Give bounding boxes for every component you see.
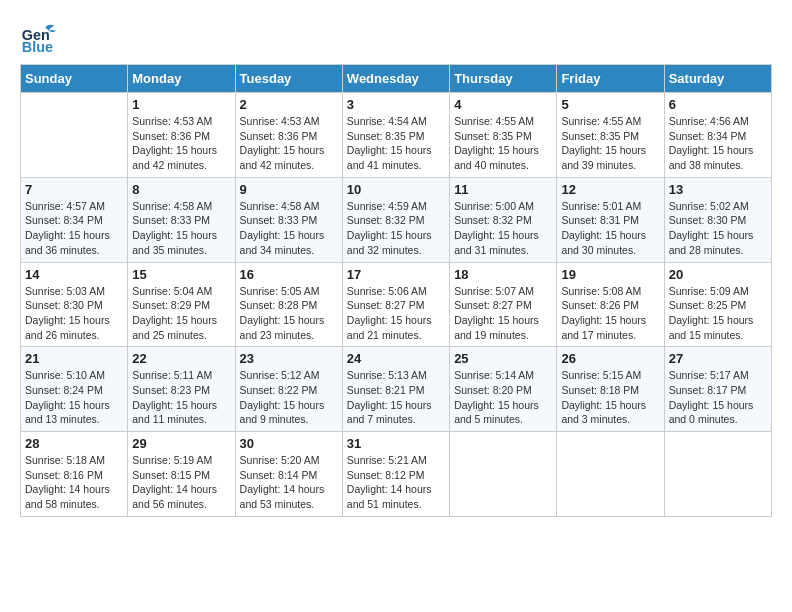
calendar-cell: 27Sunrise: 5:17 AM Sunset: 8:17 PM Dayli… <box>664 347 771 432</box>
calendar-cell: 7Sunrise: 4:57 AM Sunset: 8:34 PM Daylig… <box>21 177 128 262</box>
day-number: 30 <box>240 436 338 451</box>
calendar-cell: 21Sunrise: 5:10 AM Sunset: 8:24 PM Dayli… <box>21 347 128 432</box>
logo: Gen Blue <box>20 20 60 56</box>
calendar-cell <box>21 93 128 178</box>
day-info: Sunrise: 5:02 AM Sunset: 8:30 PM Dayligh… <box>669 199 767 258</box>
day-number: 14 <box>25 267 123 282</box>
day-number: 2 <box>240 97 338 112</box>
day-number: 9 <box>240 182 338 197</box>
day-info: Sunrise: 5:08 AM Sunset: 8:26 PM Dayligh… <box>561 284 659 343</box>
calendar-cell: 5Sunrise: 4:55 AM Sunset: 8:35 PM Daylig… <box>557 93 664 178</box>
day-info: Sunrise: 4:56 AM Sunset: 8:34 PM Dayligh… <box>669 114 767 173</box>
week-row-1: 1Sunrise: 4:53 AM Sunset: 8:36 PM Daylig… <box>21 93 772 178</box>
day-info: Sunrise: 5:19 AM Sunset: 8:15 PM Dayligh… <box>132 453 230 512</box>
calendar-cell <box>557 432 664 517</box>
svg-text:Blue: Blue <box>22 39 53 55</box>
day-info: Sunrise: 5:06 AM Sunset: 8:27 PM Dayligh… <box>347 284 445 343</box>
calendar-body: 1Sunrise: 4:53 AM Sunset: 8:36 PM Daylig… <box>21 93 772 517</box>
week-row-4: 21Sunrise: 5:10 AM Sunset: 8:24 PM Dayli… <box>21 347 772 432</box>
calendar-cell: 26Sunrise: 5:15 AM Sunset: 8:18 PM Dayli… <box>557 347 664 432</box>
calendar-table: SundayMondayTuesdayWednesdayThursdayFrid… <box>20 64 772 517</box>
day-info: Sunrise: 5:14 AM Sunset: 8:20 PM Dayligh… <box>454 368 552 427</box>
calendar-cell: 8Sunrise: 4:58 AM Sunset: 8:33 PM Daylig… <box>128 177 235 262</box>
day-number: 29 <box>132 436 230 451</box>
day-number: 15 <box>132 267 230 282</box>
calendar-cell: 25Sunrise: 5:14 AM Sunset: 8:20 PM Dayli… <box>450 347 557 432</box>
day-number: 25 <box>454 351 552 366</box>
day-number: 10 <box>347 182 445 197</box>
day-number: 31 <box>347 436 445 451</box>
day-info: Sunrise: 5:05 AM Sunset: 8:28 PM Dayligh… <box>240 284 338 343</box>
day-number: 7 <box>25 182 123 197</box>
day-number: 16 <box>240 267 338 282</box>
day-info: Sunrise: 5:00 AM Sunset: 8:32 PM Dayligh… <box>454 199 552 258</box>
calendar-cell: 15Sunrise: 5:04 AM Sunset: 8:29 PM Dayli… <box>128 262 235 347</box>
day-number: 8 <box>132 182 230 197</box>
day-number: 5 <box>561 97 659 112</box>
calendar-cell: 16Sunrise: 5:05 AM Sunset: 8:28 PM Dayli… <box>235 262 342 347</box>
calendar-cell: 20Sunrise: 5:09 AM Sunset: 8:25 PM Dayli… <box>664 262 771 347</box>
day-info: Sunrise: 5:01 AM Sunset: 8:31 PM Dayligh… <box>561 199 659 258</box>
logo-icon: Gen Blue <box>20 20 56 56</box>
day-number: 20 <box>669 267 767 282</box>
calendar-cell: 10Sunrise: 4:59 AM Sunset: 8:32 PM Dayli… <box>342 177 449 262</box>
header-saturday: Saturday <box>664 65 771 93</box>
day-info: Sunrise: 5:10 AM Sunset: 8:24 PM Dayligh… <box>25 368 123 427</box>
day-number: 18 <box>454 267 552 282</box>
day-info: Sunrise: 5:15 AM Sunset: 8:18 PM Dayligh… <box>561 368 659 427</box>
header-monday: Monday <box>128 65 235 93</box>
day-info: Sunrise: 4:55 AM Sunset: 8:35 PM Dayligh… <box>561 114 659 173</box>
day-info: Sunrise: 5:09 AM Sunset: 8:25 PM Dayligh… <box>669 284 767 343</box>
day-info: Sunrise: 5:04 AM Sunset: 8:29 PM Dayligh… <box>132 284 230 343</box>
header-tuesday: Tuesday <box>235 65 342 93</box>
calendar-cell: 17Sunrise: 5:06 AM Sunset: 8:27 PM Dayli… <box>342 262 449 347</box>
day-info: Sunrise: 5:07 AM Sunset: 8:27 PM Dayligh… <box>454 284 552 343</box>
calendar-cell: 6Sunrise: 4:56 AM Sunset: 8:34 PM Daylig… <box>664 93 771 178</box>
calendar-cell: 24Sunrise: 5:13 AM Sunset: 8:21 PM Dayli… <box>342 347 449 432</box>
day-info: Sunrise: 4:57 AM Sunset: 8:34 PM Dayligh… <box>25 199 123 258</box>
day-number: 1 <box>132 97 230 112</box>
day-info: Sunrise: 5:21 AM Sunset: 8:12 PM Dayligh… <box>347 453 445 512</box>
day-info: Sunrise: 4:53 AM Sunset: 8:36 PM Dayligh… <box>132 114 230 173</box>
header-wednesday: Wednesday <box>342 65 449 93</box>
week-row-5: 28Sunrise: 5:18 AM Sunset: 8:16 PM Dayli… <box>21 432 772 517</box>
day-number: 28 <box>25 436 123 451</box>
calendar-cell: 29Sunrise: 5:19 AM Sunset: 8:15 PM Dayli… <box>128 432 235 517</box>
calendar-cell: 31Sunrise: 5:21 AM Sunset: 8:12 PM Dayli… <box>342 432 449 517</box>
calendar-cell: 1Sunrise: 4:53 AM Sunset: 8:36 PM Daylig… <box>128 93 235 178</box>
day-info: Sunrise: 4:55 AM Sunset: 8:35 PM Dayligh… <box>454 114 552 173</box>
day-info: Sunrise: 4:58 AM Sunset: 8:33 PM Dayligh… <box>132 199 230 258</box>
day-info: Sunrise: 5:20 AM Sunset: 8:14 PM Dayligh… <box>240 453 338 512</box>
day-number: 11 <box>454 182 552 197</box>
day-number: 13 <box>669 182 767 197</box>
day-info: Sunrise: 5:03 AM Sunset: 8:30 PM Dayligh… <box>25 284 123 343</box>
week-row-3: 14Sunrise: 5:03 AM Sunset: 8:30 PM Dayli… <box>21 262 772 347</box>
day-info: Sunrise: 4:54 AM Sunset: 8:35 PM Dayligh… <box>347 114 445 173</box>
day-info: Sunrise: 4:58 AM Sunset: 8:33 PM Dayligh… <box>240 199 338 258</box>
header-row: SundayMondayTuesdayWednesdayThursdayFrid… <box>21 65 772 93</box>
day-number: 24 <box>347 351 445 366</box>
day-info: Sunrise: 5:13 AM Sunset: 8:21 PM Dayligh… <box>347 368 445 427</box>
calendar-cell: 3Sunrise: 4:54 AM Sunset: 8:35 PM Daylig… <box>342 93 449 178</box>
day-number: 6 <box>669 97 767 112</box>
day-number: 23 <box>240 351 338 366</box>
day-number: 3 <box>347 97 445 112</box>
day-number: 26 <box>561 351 659 366</box>
calendar-cell: 2Sunrise: 4:53 AM Sunset: 8:36 PM Daylig… <box>235 93 342 178</box>
day-number: 4 <box>454 97 552 112</box>
day-info: Sunrise: 4:59 AM Sunset: 8:32 PM Dayligh… <box>347 199 445 258</box>
page-header: Gen Blue <box>20 20 772 56</box>
day-number: 17 <box>347 267 445 282</box>
day-info: Sunrise: 5:11 AM Sunset: 8:23 PM Dayligh… <box>132 368 230 427</box>
calendar-header: SundayMondayTuesdayWednesdayThursdayFrid… <box>21 65 772 93</box>
header-sunday: Sunday <box>21 65 128 93</box>
calendar-cell: 30Sunrise: 5:20 AM Sunset: 8:14 PM Dayli… <box>235 432 342 517</box>
day-info: Sunrise: 5:18 AM Sunset: 8:16 PM Dayligh… <box>25 453 123 512</box>
calendar-cell <box>664 432 771 517</box>
calendar-cell: 23Sunrise: 5:12 AM Sunset: 8:22 PM Dayli… <box>235 347 342 432</box>
calendar-cell: 19Sunrise: 5:08 AM Sunset: 8:26 PM Dayli… <box>557 262 664 347</box>
calendar-cell: 13Sunrise: 5:02 AM Sunset: 8:30 PM Dayli… <box>664 177 771 262</box>
calendar-cell: 28Sunrise: 5:18 AM Sunset: 8:16 PM Dayli… <box>21 432 128 517</box>
calendar-cell: 18Sunrise: 5:07 AM Sunset: 8:27 PM Dayli… <box>450 262 557 347</box>
day-number: 27 <box>669 351 767 366</box>
